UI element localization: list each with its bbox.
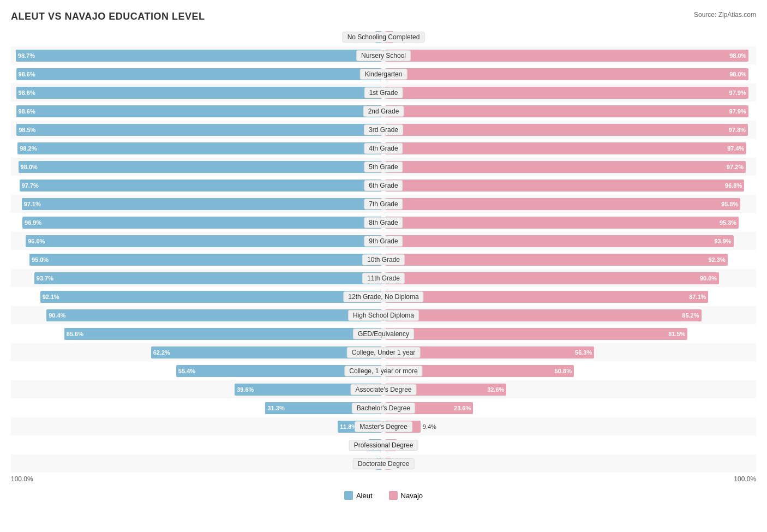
navajo-value: 9.4% [423,423,436,430]
legend-aleut-box [344,491,353,500]
right-section: 97.8% [384,121,756,139]
aleut-value-inside: 85.6% [64,331,83,337]
navajo-bar: 97.9% [386,87,748,99]
bar-pair: 39.6% Associate's Degree 32.6% [11,380,756,398]
right-section: 95.8% [384,195,756,213]
navajo-bar: 97.9% [386,105,748,117]
left-section: 98.6% [11,65,384,83]
left-section: 98.7% [11,46,384,64]
bar-pair: 31.3% Bachelor's Degree 23.6% [11,399,756,417]
row-label: 8th Grade [364,217,403,228]
navajo-value-inside: 85.2% [682,312,701,319]
navajo-bar: 87.1% [386,291,708,303]
source-text: Source: ZipAtlas.com [694,11,756,19]
navajo-value-inside: 50.8% [555,368,574,374]
right-section: 50.8% [384,362,756,380]
bar-pair: 92.1% 12th Grade, No Diploma 87.1% [11,288,756,306]
aleut-value-inside: 98.2% [17,145,37,152]
chart-area: 1.6% No Schooling Completed 2.1% 98.7% N… [11,28,756,473]
navajo-value-inside: 97.8% [729,127,748,133]
right-section: 9.4% [384,417,756,435]
legend: Aleut Navajo [11,491,756,500]
left-section: 98.5% [11,121,384,139]
aleut-value-inside: 98.5% [16,127,35,133]
bar-pair: 97.1% 7th Grade 95.8% [11,195,756,213]
legend-navajo-box [389,491,398,500]
bar-pair: 55.4% College, 1 year or more 50.8% [11,362,756,380]
left-section: 97.7% [11,176,384,194]
aleut-value-inside: 90.4% [46,312,65,319]
row-label: Kindergarten [360,69,408,80]
aleut-value-inside: 39.6% [235,386,254,393]
bar-pair: 98.2% 4th Grade 97.4% [11,139,756,157]
row-label: 7th Grade [364,199,403,210]
row-label: 12th Grade, No Diploma [343,291,423,302]
aleut-value-inside: 98.6% [16,89,35,96]
row-label: 9th Grade [364,236,403,247]
axis-left: 100.0% [11,475,33,483]
left-section: 1.5% [11,455,384,473]
left-section: 85.6% [11,325,384,343]
navajo-value-inside: 96.8% [725,182,744,189]
navajo-bar: 98.0% [386,68,748,80]
navajo-value-inside: 81.5% [668,331,687,337]
bar-pair: 98.6% 1st Grade 97.9% [11,83,756,101]
aleut-value-inside: 55.4% [176,368,195,374]
right-section: 98.0% [384,65,756,83]
bar-pair: 85.6% GED/Equivalency 81.5% [11,325,756,343]
row-label: No Schooling Completed [343,32,425,43]
bar-pair: 93.7% 11th Grade 90.0% [11,269,756,287]
aleut-value-inside: 97.7% [20,182,39,189]
row-label: 4th Grade [364,143,403,154]
legend-aleut: Aleut [344,491,373,500]
aleut-bar: 98.5% [16,124,381,136]
right-section: 96.8% [384,176,756,194]
row-label: 3rd Grade [364,124,403,135]
aleut-bar: 85.6% [64,328,381,340]
legend-navajo: Navajo [389,491,423,500]
navajo-bar: 92.3% [386,254,728,266]
navajo-value-inside: 87.1% [689,294,708,300]
legend-aleut-label: Aleut [356,492,373,500]
right-section: 97.9% [384,102,756,120]
row-label: High School Diploma [348,310,419,321]
right-section: 56.3% [384,343,756,361]
left-section: 98.2% [11,139,384,157]
right-section: 92.3% [384,250,756,268]
row-label: 11th Grade [362,273,405,284]
aleut-bar: 96.9% [22,217,381,229]
left-section: 97.1% [11,195,384,213]
navajo-bar: 81.5% [386,328,687,340]
row-label: College, Under 1 year [347,347,421,358]
right-section: 2.1% [384,28,756,46]
right-section: 32.6% [384,380,756,398]
aleut-value-inside: 92.1% [40,294,59,300]
right-section: 97.4% [384,139,756,157]
left-section: 62.2% [11,343,384,361]
row-label: GED/Equivalency [353,328,414,339]
row-label: College, 1 year or more [344,366,422,376]
navajo-bar: 96.8% [386,180,744,192]
right-section: 90.0% [384,269,756,287]
bar-pair: 1.6% No Schooling Completed 2.1% [11,28,756,46]
left-section: 31.3% [11,399,384,417]
navajo-value-inside: 95.8% [721,201,740,207]
left-section: 92.1% [11,288,384,306]
right-section: 97.9% [384,83,756,101]
right-section: 97.2% [384,158,756,176]
aleut-bar: 98.2% [17,142,381,154]
navajo-bar: 95.3% [386,217,739,229]
navajo-value-inside: 93.9% [714,238,733,244]
navajo-value-inside: 97.9% [729,89,748,96]
aleut-value-inside: 95.0% [29,256,49,263]
aleut-value-inside: 98.7% [16,52,35,59]
bar-pair: 98.7% Nursery School 98.0% [11,46,756,64]
row-label: Bachelor's Degree [352,403,415,414]
row-label: Master's Degree [355,421,412,432]
row-label: 1st Grade [364,87,403,98]
left-section: 90.4% [11,306,384,324]
bar-pair: 95.0% 10th Grade 92.3% [11,250,756,268]
aleut-value-inside: 98.0% [19,164,38,170]
right-section: 81.5% [384,325,756,343]
navajo-value-inside: 23.6% [454,405,473,411]
